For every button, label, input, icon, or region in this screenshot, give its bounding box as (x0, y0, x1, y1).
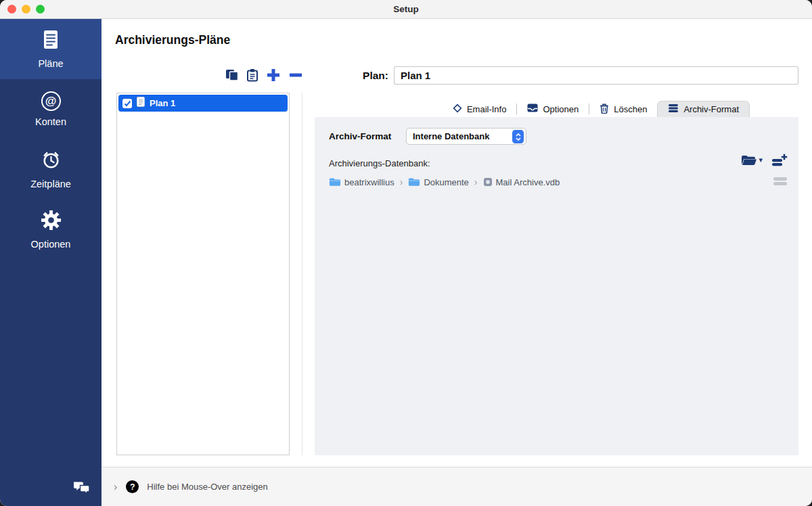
clock-icon (41, 150, 62, 173)
archive-format-label: Archiv-Format (329, 131, 401, 141)
sidebar-item-optionen[interactable]: Optionen (0, 200, 102, 260)
path-segment-label: beatrixwillius (344, 177, 394, 187)
feedback-chat-icon[interactable] (72, 480, 91, 498)
path-segment: Dokumente (408, 177, 468, 187)
window-title: Setup (0, 0, 812, 18)
sidebar-item-konten[interactable]: @ Konten (0, 79, 102, 139)
archive-format-row: Archiv-Format Interne Datenbank (329, 128, 526, 145)
archiv-format-panel: Archiv-Format Interne Datenbank Archivie… (315, 117, 798, 455)
plan-name-input[interactable] (394, 66, 798, 85)
tab-bar: Email-Info Optionen Löschen Archi (443, 101, 750, 117)
help-text: Hilfe bei Mouse-Over anzeigen (147, 482, 267, 492)
archive-format-select[interactable]: Interne Datenbank (406, 128, 526, 145)
folder-icon (329, 177, 341, 187)
tab-email-info[interactable]: Email-Info (443, 101, 517, 117)
path-segment: beatrixwillius (329, 177, 394, 187)
check-icon (124, 100, 131, 107)
database-icon (668, 104, 679, 115)
path-segment-label: Mail Archive.vdb (496, 177, 560, 187)
titlebar: Setup (0, 0, 812, 19)
plan-checkbox[interactable] (122, 99, 132, 108)
sidebar-item-label: Zeitpläne (30, 179, 71, 189)
help-glyph: ? (130, 482, 135, 492)
caret-down-icon: ▾ (759, 156, 763, 164)
sidebar: Pläne @ Konten Zeitpläne Optionen (0, 19, 102, 506)
tab-label: Archiv-Format (683, 104, 739, 114)
tab-archiv-format[interactable]: Archiv-Format (657, 101, 750, 117)
help-footer: › ? Hilfe bei Mouse-Over anzeigen (102, 467, 812, 506)
add-database-button[interactable] (771, 154, 788, 166)
diamond-icon (453, 104, 462, 115)
add-plan-button[interactable] (266, 68, 281, 83)
vdb-file-icon (483, 177, 493, 187)
add-database-icon (771, 154, 788, 166)
minimize-window-button[interactable] (22, 5, 30, 14)
page-title: Archivierungs-Pläne (115, 33, 230, 47)
sidebar-item-label: Optionen (31, 239, 71, 250)
trash-icon (600, 103, 609, 116)
archive-format-value: Interne Datenbank (413, 131, 489, 141)
path-separator: › (400, 177, 403, 187)
sidebar-item-label: Konten (35, 116, 66, 127)
tray-icon (527, 104, 538, 114)
database-disabled-icon (773, 177, 788, 189)
archive-database-label: Archivierungs-Datenbank: (329, 158, 430, 168)
help-icon: ? (126, 480, 139, 493)
gear-icon (41, 210, 62, 233)
tab-label: Löschen (614, 104, 647, 114)
traffic-lights (7, 5, 45, 14)
tab-optionen[interactable]: Optionen (517, 101, 589, 117)
remove-plan-button[interactable] (288, 68, 303, 83)
choose-folder-button[interactable]: ▾ (741, 155, 763, 166)
close-window-button[interactable] (7, 5, 16, 14)
path-segment: Mail Archive.vdb (483, 177, 560, 187)
database-actions: ▾ (741, 154, 788, 166)
sidebar-item-plaene[interactable]: Pläne (0, 19, 102, 79)
plan-list[interactable]: Plan 1 (116, 93, 290, 455)
plan-list-row[interactable]: Plan 1 (118, 95, 288, 112)
at-icon: @ (41, 91, 61, 111)
sidebar-item-zeitplaene[interactable]: Zeitpläne (0, 139, 102, 200)
duplicate-plan-button[interactable] (246, 68, 258, 82)
popup-stepper-icon (512, 130, 524, 143)
open-folder-icon (741, 155, 757, 166)
plan-toolbar (225, 67, 303, 83)
tab-loeschen[interactable]: Löschen (589, 101, 657, 117)
tab-label: Email-Info (467, 104, 507, 114)
plan-list-row-label: Plan 1 (150, 98, 175, 108)
plan-field-row: Plan: (352, 66, 798, 85)
tab-label: Optionen (543, 104, 579, 114)
panel-divider (302, 93, 302, 455)
copy-plan-button[interactable] (225, 69, 239, 81)
disclosure-chevron[interactable]: › (114, 482, 117, 492)
folder-icon (408, 177, 420, 187)
zoom-window-button[interactable] (36, 5, 45, 14)
database-path: beatrixwillius › Dokumente › Mail Archiv… (329, 177, 560, 187)
main-content: Archivierungs-Pläne (102, 19, 812, 467)
path-separator: › (474, 177, 478, 187)
plan-field-label: Plan: (352, 70, 388, 82)
path-segment-label: Dokumente (424, 177, 468, 187)
document-icon (42, 30, 60, 53)
sidebar-item-label: Pläne (38, 58, 63, 69)
plan-document-icon (137, 97, 145, 110)
app-window: Setup Pläne @ Konten Zeitpläne Optionen (0, 0, 812, 506)
